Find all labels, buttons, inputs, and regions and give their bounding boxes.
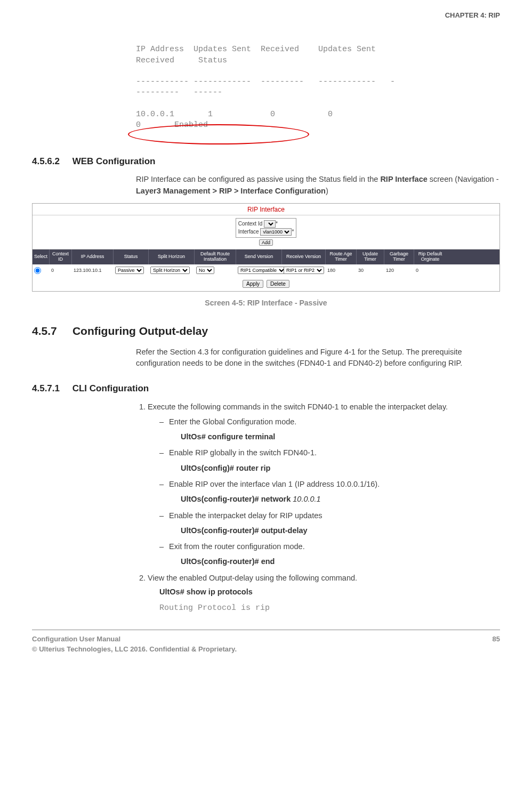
rip-interface-screenshot: RIP Interface Context Id * Interface vla… [32,203,500,292]
section-457-para: Refer the Section 4.3 for configuration … [136,347,500,369]
delete-button[interactable]: Delete [267,280,289,288]
cli-steps-list: Execute the following commands in the sw… [136,401,500,614]
col-context-id: Context ID [50,249,72,264]
col-status: Status [114,249,149,264]
dash-icon: – [159,541,169,552]
context-interface-form: Context Id * Interface vlan1000* [236,218,297,238]
col-rip-default: Rip Default Orginate [414,249,446,264]
row-garb: 120 [384,264,414,276]
para-bold: RIP Interface [380,175,427,183]
dash-icon: – [159,510,169,521]
code-line: --------- ------ [136,88,222,97]
row-rage: 180 [326,264,357,276]
section-4562-para: RIP Interface can be configured as passi… [136,174,500,196]
step-2: View the enabled Output-delay using the … [148,573,500,614]
col-route-age: Route Age Timer [326,249,357,264]
command-text: UltOs(config-router)# output-delay [181,525,500,536]
row-upd: 30 [357,264,384,276]
col-send-version: Send Version [236,249,282,264]
row-ripd: 0 [414,264,446,276]
section-457-heading: 4.5.7 Configuring Output-delay [32,323,500,339]
interface-label: Interface [238,229,259,235]
cli-output-line: Routing Protocol is rip [159,602,500,614]
row-ip: 123.100.10.1 [72,264,114,276]
substep-text: Enable RIP globally in the switch FDN40-… [169,447,500,458]
command-text: UltOs(config-router)# end [181,556,500,567]
command-text: UltOs(config-router)# network 10.0.0.1 [181,494,500,504]
step-text: Execute the following commands in the sw… [148,402,448,411]
para-text: screen (Navigation - [428,175,499,183]
context-id-label: Context Id [238,221,263,227]
section-title: Configuring Output-delay [72,325,208,337]
row-ctx: 0 [50,264,72,276]
rip-form-area: Context Id * Interface vlan1000* Add [33,215,499,249]
apply-button[interactable]: Apply [243,280,263,288]
rip-interface-title: RIP Interface [33,204,499,216]
screen-caption: Screen 4-5: RIP Interface - Passive [32,298,500,309]
col-garbage-timer: Garbage Timer [384,249,414,264]
section-4571-heading: 4.5.7.1 CLI Configuration [32,382,500,395]
para-text: ) [326,187,328,195]
page-number: 85 [493,634,500,654]
footer-copyright: © Ulterius Technologies, LLC 2016. Confi… [32,645,237,654]
code-line: Received Status [136,56,227,65]
interface-select[interactable]: vlan1000 [260,228,292,236]
col-split-horizon: Split Horizon [149,249,195,264]
section-4562-heading: 4.5.6.2 WEB Configuration [32,155,500,168]
dash-icon: – [159,447,169,458]
dash-icon: – [159,479,169,489]
recv-select[interactable]: RIP1 or RIP2 [284,267,324,274]
send-select[interactable]: RIP1 Compatible [238,267,286,274]
col-default-route: Default Route Installation [195,249,236,264]
substep-text: Enable the interpacket delay for RIP upd… [169,510,500,521]
button-row: Apply Delete [33,276,499,291]
section-title: WEB Configuration [72,156,156,166]
col-update-timer: Update Timer [357,249,384,264]
code-line: IP Address Updates Sent Received Updates… [136,45,376,54]
section-number: 4.5.6.2 [32,156,60,166]
rip-table-row: 0 123.100.10.1 Passive Split Horizon No … [33,264,499,276]
page-footer: Configuration User Manual © Ulterius Tec… [32,630,500,654]
def-select[interactable]: No [196,267,214,274]
command-text: UltOs# show ip protocols [159,586,500,597]
para-bold: Layer3 Management > RIP > Interface Conf… [136,187,326,195]
code-line: 0 Enabled [136,120,208,130]
section-title: CLI Configuration [72,383,149,393]
col-receive-version: Receive Version [282,249,326,264]
add-button[interactable]: Add [259,239,273,246]
substep-text: Enable RIP over the interface vlan 1 (IP… [169,479,500,489]
code-line: ----------- ------------ --------- -----… [136,77,395,86]
section-number: 4.5.7 [32,325,57,337]
dash-icon: – [159,416,169,427]
footer-left: Configuration User Manual © Ulterius Tec… [32,634,237,654]
col-select: Select [33,249,50,264]
step-text: View the enabled Output-delay using the … [148,574,357,582]
para-text: RIP Interface can be configured as passi… [136,175,380,183]
section-number: 4.5.7.1 [32,383,60,393]
chapter-header: CHAPTER 4: RIP [32,11,500,20]
substep-text: Enter the Global Configuration mode. [169,416,500,427]
context-id-select[interactable] [264,220,276,228]
status-select[interactable]: Passive [115,267,144,274]
command-text: UltOs(config)# router rip [181,463,500,473]
code-line: 10.0.0.1 1 0 0 [136,110,333,119]
row-select-radio[interactable] [34,267,41,274]
command-text: UltOs# configure terminal [181,431,500,442]
substep-text: Exit from the router configuration mode. [169,541,500,552]
split-select[interactable]: Split Horizon [150,267,190,274]
footer-manual-title: Configuration User Manual [32,634,237,644]
col-ip-address: IP Address [72,249,114,264]
cli-output-block: IP Address Updates Sent Received Updates… [136,34,500,142]
step-1: Execute the following commands in the sw… [148,401,500,567]
rip-table-header: Select Context ID IP Address Status Spli… [33,249,499,264]
